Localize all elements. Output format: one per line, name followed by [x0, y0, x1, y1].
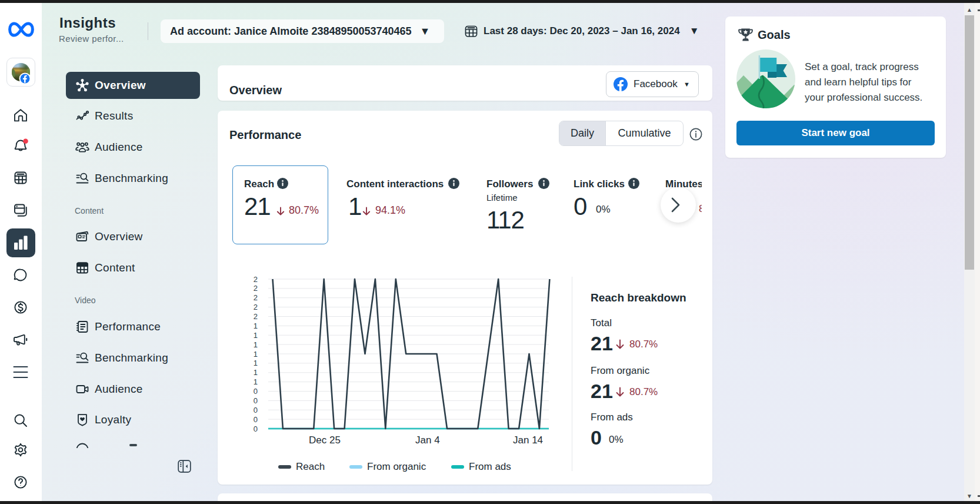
svg-text:1: 1	[254, 359, 258, 367]
svg-text:1: 1	[254, 350, 258, 359]
svg-text:1: 1	[254, 331, 258, 340]
svg-text:1: 1	[254, 377, 258, 386]
svg-text:1: 1	[254, 368, 258, 377]
svg-text:1: 1	[254, 340, 258, 349]
svg-text:0: 0	[254, 425, 258, 433]
svg-text:0: 0	[254, 387, 258, 396]
svg-text:2: 2	[254, 284, 258, 293]
svg-text:2: 2	[254, 312, 258, 321]
svg-text:0: 0	[254, 415, 258, 424]
svg-text:0: 0	[254, 396, 258, 405]
svg-text:2: 2	[254, 275, 258, 284]
svg-text:2: 2	[254, 303, 258, 311]
svg-text:2: 2	[254, 293, 258, 302]
svg-text:0: 0	[254, 406, 258, 415]
svg-text:1: 1	[254, 321, 258, 330]
